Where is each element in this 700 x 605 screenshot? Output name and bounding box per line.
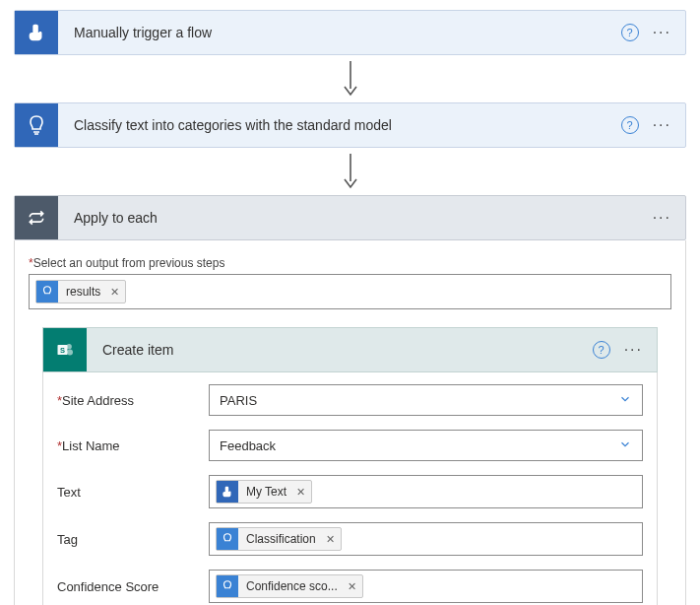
row-tag: Tag Classification ✕ [57,522,643,556]
select-site-address[interactable]: PARIS [209,384,643,416]
token-label: My Text [244,485,288,499]
arrow-connector [14,55,686,102]
help-icon[interactable]: ? [621,24,639,41]
step-trigger-title: Manually trigger a flow [58,25,621,40]
label-tag: Tag [57,532,197,547]
ai-token-icon [217,528,238,550]
sharepoint-icon: S [43,328,87,371]
token-remove-icon[interactable]: ✕ [346,580,356,593]
row-list-name: *List Name Feedback [57,430,643,461]
output-token-field[interactable]: results ✕ [29,274,671,309]
token-remove-icon[interactable]: ✕ [324,533,335,546]
input-confidence[interactable]: Confidence sco... ✕ [209,570,643,603]
token-label: results [64,285,102,299]
chevron-down-icon [618,437,632,454]
loop-icon [15,196,58,239]
input-tag[interactable]: Classification ✕ [209,522,643,556]
more-icon[interactable]: ··· [653,210,671,226]
trigger-icon [15,11,58,54]
svg-point-5 [67,350,73,356]
step-classify-title: Classify text into categories with the s… [58,117,621,133]
select-list-name[interactable]: Feedback [209,430,643,461]
label-confidence: Confidence Score [57,579,197,594]
help-icon[interactable]: ? [593,341,610,359]
step-create-title: Create item [87,342,593,358]
apply-body: *Select an output from previous steps re… [14,240,686,605]
token-remove-icon[interactable]: ✕ [294,486,305,499]
token-remove-icon[interactable]: ✕ [108,286,119,299]
row-confidence: Confidence Score Confidence sco... ✕ [57,570,643,603]
token-classification[interactable]: Classification ✕ [216,527,342,551]
step-apply-header[interactable]: Apply to each ··· [14,195,686,240]
svg-point-4 [67,344,72,349]
label-site-address: *Site Address [57,393,197,408]
token-label: Confidence sco... [244,579,340,593]
token-results[interactable]: results ✕ [35,280,126,303]
label-list-name: *List Name [57,438,197,453]
row-text: Text My Text ✕ [57,475,643,508]
step-trigger[interactable]: Manually trigger a flow ? ··· [14,10,686,55]
select-value: PARIS [220,393,257,408]
row-site-address: *Site Address PARIS [57,384,643,416]
help-icon[interactable]: ? [621,116,639,134]
more-icon[interactable]: ··· [653,117,671,133]
token-confidence-score[interactable]: Confidence sco... ✕ [216,574,363,598]
step-create-header[interactable]: S Create item ? ··· [42,327,658,372]
input-text[interactable]: My Text ✕ [209,475,643,508]
ai-token-icon [217,575,238,597]
select-value: Feedback [220,438,276,453]
step-classify[interactable]: Classify text into categories with the s… [14,102,686,148]
ai-builder-icon [15,103,58,147]
output-label: *Select an output from previous steps [29,252,671,274]
label-text: Text [57,485,197,500]
chevron-down-icon [618,392,632,409]
nested-step-wrapper: S Create item ? ··· *Site Address PARIS [29,309,671,605]
more-icon[interactable]: ··· [653,25,671,40]
svg-text:S: S [60,346,65,355]
ai-token-icon [36,281,58,302]
step-apply-container: Apply to each ··· *Select an output from… [14,195,686,605]
step-apply-title: Apply to each [58,210,653,226]
arrow-connector [14,148,686,195]
more-icon[interactable]: ··· [624,342,643,358]
trigger-token-icon [217,481,238,503]
token-my-text[interactable]: My Text ✕ [216,480,312,504]
token-label: Classification [244,532,318,546]
create-item-body: *Site Address PARIS *List Name [42,372,658,605]
